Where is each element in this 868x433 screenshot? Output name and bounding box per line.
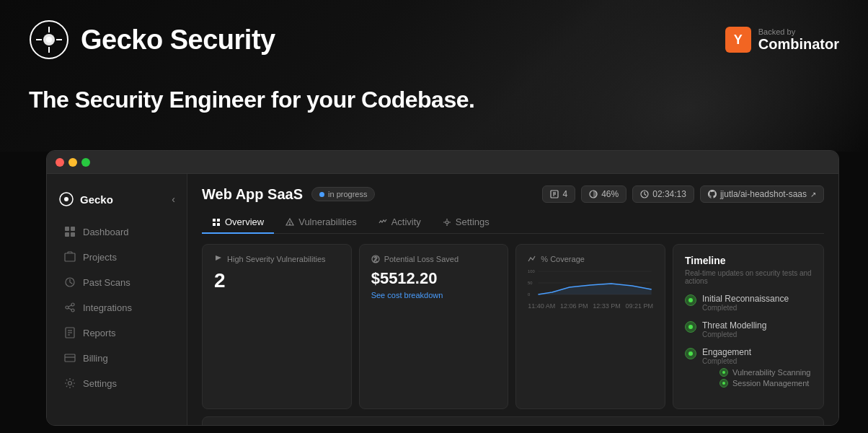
tabs-bar: Overview Vulnerabilities Activity [202,211,824,234]
sidebar-gecko-icon [58,191,74,207]
nav-label-projects: Projects [83,252,117,263]
tab-vulnerabilities-label: Vulnerabilities [298,216,356,227]
past-scans-icon [64,276,76,288]
status-badge: in progress [311,187,375,201]
svg-rect-33 [213,219,216,222]
timeline-sub-label-0: Vulnerability Scanning [732,368,810,377]
time-icon [640,190,649,198]
svg-point-38 [290,224,291,224]
coverage-card: % Coverage 100 50 0 [515,244,665,409]
svg-rect-35 [213,223,216,226]
sidebar-item-settings[interactable]: Settings [53,371,181,395]
sidebar: Gecko ‹ Dashboard [47,174,187,425]
timeline-check-reconnaissance [685,294,696,306]
svg-point-16 [71,303,74,306]
project-header: Web App SaaS in progress 4 [202,185,824,203]
tagline: The Security Engineer for your Codebase. [29,87,474,113]
stats-row: High Severity Vulnerabilities 2 Potentia… [202,244,824,409]
header: Gecko Security Y Backed by Combinator [0,0,868,79]
cost-breakdown-link[interactable]: See cost breakdown [371,291,497,299]
high-severity-label: High Severity Vulnerabilities [214,255,340,263]
timeline-sub-items-engagement: Vulnerability Scanning Session Managemen… [719,368,812,388]
logo-text: Gecko Security [81,25,275,56]
logo-area: Gecko Security [29,19,275,60]
svg-point-15 [66,306,68,309]
tab-vulnerabilities[interactable]: Vulnerabilities [275,211,366,234]
sidebar-header: Gecko ‹ [47,185,187,219]
sidebar-logo: Gecko [58,191,113,207]
dot-maximize[interactable] [81,158,90,167]
svg-rect-11 [65,232,69,237]
sidebar-collapse-button[interactable]: ‹ [172,193,175,205]
nav-label-integrations: Integrations [83,302,132,313]
timeline-sub-item-session-mgmt: Session Management [719,379,812,388]
svg-line-18 [68,305,71,307]
main-content: Web App SaaS in progress 4 [187,174,838,425]
sidebar-item-reports[interactable]: Reports [53,320,181,345]
time-value: 02:34:13 [652,189,686,199]
timeline-sub-label-1: Session Management [732,379,809,388]
chart-label-1: 12:06 PM [560,302,588,310]
integrations-icon [64,302,76,313]
coverage-chart: 100 50 0 11: [528,269,653,309]
window-chrome [47,151,838,174]
tab-settings[interactable]: Settings [433,211,500,234]
tab-activity[interactable]: Activity [368,211,431,234]
dot-close[interactable] [56,158,64,167]
external-link-icon: ↗ [810,191,816,198]
settings-nav-icon [64,377,76,389]
nav-label-past-scans: Past Scans [83,277,130,288]
timeline-item-title-0: Initial Reconnaissance [702,294,789,304]
coverage-badge: 46% [581,185,626,203]
tasks-icon [550,190,559,198]
svg-rect-34 [217,219,220,222]
tab-overview-label: Overview [225,216,264,227]
github-icon [708,190,717,198]
repo-badge[interactable]: jjutla/ai-headshot-saas ↗ [700,185,824,203]
tab-overview[interactable]: Overview [202,211,274,234]
sidebar-item-dashboard[interactable]: Dashboard [53,219,181,244]
yc-combinator-label: Combinator [758,36,839,52]
timeline-sub-check-inner-0 [722,371,725,374]
high-severity-value: 2 [214,269,340,292]
gecko-logo-icon [29,19,69,60]
yc-backed-by: Backed by [758,27,839,36]
nav-label-billing: Billing [83,353,108,364]
sidebar-item-billing[interactable]: Billing [53,346,181,370]
timeline-title: Timeline [685,255,812,266]
svg-text:100: 100 [528,269,535,274]
svg-point-8 [64,197,68,201]
sidebar-item-past-scans[interactable]: Past Scans [53,270,181,294]
svg-marker-47 [539,284,652,294]
timeline-check-inner-threat [688,325,693,329]
svg-rect-24 [65,354,75,362]
sidebar-brand: Gecko [80,193,113,206]
sidebar-item-projects[interactable]: Projects [53,245,181,269]
yc-badge: Y Backed by Combinator [725,27,839,53]
svg-rect-12 [71,232,75,237]
sidebar-item-integrations[interactable]: Integrations [53,295,181,320]
svg-point-17 [71,309,74,312]
tasks-badge: 4 [542,185,575,203]
timeline-panel: Timeline Real-time updates on security t… [673,244,824,409]
timeline-item-status-2: Completed [702,357,812,365]
high-severity-card: High Severity Vulnerabilities 2 [202,244,352,409]
nav-label-reports: Reports [83,328,116,338]
svg-rect-13 [65,253,75,261]
chart-label-3: 09:21 PM [625,302,653,310]
reports-icon [64,327,76,338]
timeline-check-threat [685,321,696,333]
svg-rect-9 [65,227,69,231]
overview-tab-icon [212,218,221,227]
timeline-sub-check-inner-1 [722,382,725,385]
activity-tab-icon [378,218,387,227]
svg-point-26 [68,382,72,385]
timeline-check-inner [688,298,693,302]
chart-label-0: 11:40 AM [528,302,555,310]
nav-label-dashboard: Dashboard [83,227,129,237]
app-window: Gecko ‹ Dashboard [46,150,839,426]
dashboard-icon [64,226,76,237]
coverage-value: 46% [601,189,619,199]
flag-icon [214,255,223,263]
dot-minimize[interactable] [68,158,77,167]
